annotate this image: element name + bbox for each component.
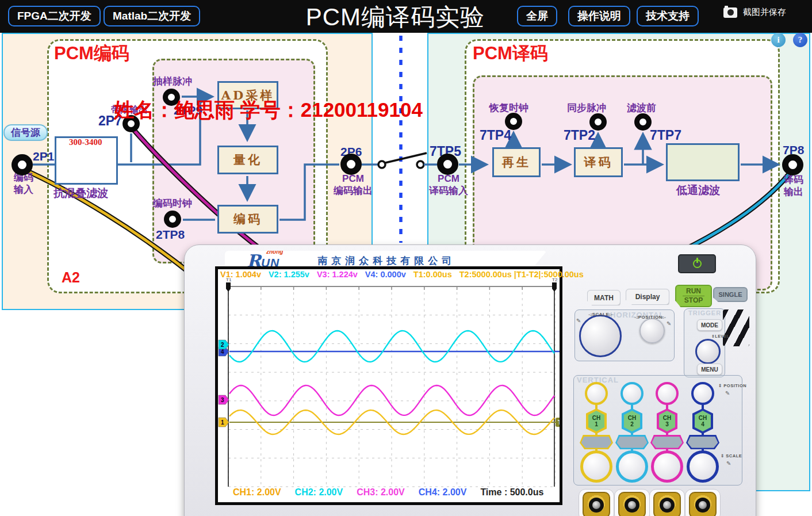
display-button[interactable]: Display: [626, 289, 669, 305]
matlab-dev-button[interactable]: Matlab二次开发: [104, 6, 200, 26]
help-icon[interactable]: ?: [793, 33, 807, 47]
svg-text:4: 4: [221, 349, 224, 355]
horizontal-position-label: ◅POSITION▻: [634, 315, 667, 320]
cursor-handle[interactable]: [226, 282, 231, 292]
fpga-dev-button[interactable]: FPGA二次开发: [8, 6, 101, 26]
trigger-menu-button[interactable]: MENU: [697, 364, 722, 375]
company-name: 南京润众科技有限公司: [317, 254, 455, 267]
test-point-2TP8[interactable]: [164, 211, 181, 228]
tp-2P1-id: 2P1: [33, 150, 54, 163]
ch1-position-knob[interactable]: [585, 382, 608, 405]
ch1-trapezoid-plate: [580, 435, 613, 449]
support-button[interactable]: 技术支持: [637, 6, 699, 26]
lowpass-filter-block: [666, 143, 740, 181]
ch3-bnc-connector[interactable]: [653, 492, 681, 516]
test-point-7TP2[interactable]: [589, 113, 607, 131]
decoder-title: PCM译码: [473, 41, 548, 66]
channel-setting-value: CH3: 2.00V: [357, 487, 405, 498]
quantize-block: 量化: [217, 146, 278, 174]
ch4-bnc-connector[interactable]: [689, 492, 717, 516]
tp-2TP9-label: 抽样脉冲: [153, 75, 192, 88]
oscilloscope: RUN zhong 南京润众科技有限公司 V1: 1.004vV2: 1.255…: [184, 244, 756, 516]
ch2-trapezoid-plate: [615, 435, 649, 449]
instructions-button[interactable]: 操作说明: [568, 6, 630, 26]
ch4-trapezoid-plate: [686, 435, 719, 449]
trigger-title: TRIGGER: [688, 309, 721, 316]
trigger-level-knob[interactable]: [695, 339, 721, 364]
fullscreen-button[interactable]: 全屏: [517, 6, 557, 26]
ch2-scale-knob[interactable]: [616, 450, 648, 483]
screenshot-save-button[interactable]: 截图并保存: [723, 7, 786, 18]
tp-7P8-label: 译码输出: [777, 174, 810, 198]
ch2-bnc-connector[interactable]: [618, 492, 646, 516]
horizontal-scale-knob[interactable]: [579, 315, 622, 357]
vertical-scale-label: ⇕ SCALE: [721, 453, 742, 458]
filter-band-label: 300-3400: [69, 137, 102, 147]
ch3-button[interactable]: CH3: [657, 408, 677, 434]
page-title: PCM编译码实验: [306, 1, 485, 33]
ch1-button[interactable]: CH1: [586, 408, 607, 434]
measurement-value: T2:5000.00us |T1-T2|:5000.00us: [459, 270, 584, 279]
tp-2TP8-label: 编码时钟: [153, 197, 192, 210]
tp-2TP8-id: 2TP8: [156, 228, 185, 242]
tp-7TP2-id: 7TP2: [564, 128, 595, 143]
ch1-scale-knob[interactable]: [580, 450, 612, 483]
student-info-overlay: 姓名：鲍思雨 学号：21200119104: [114, 97, 423, 124]
ch3-trapezoid-plate: [650, 435, 684, 449]
speaker-grill-stripes: [723, 309, 749, 346]
test-point-2P6[interactable]: [340, 154, 362, 175]
screenshot-label: 截图并保存: [743, 7, 786, 18]
tp-7TP7-id: 7TP7: [650, 128, 681, 143]
pcm-experiment-app: FPGA二次开发 Matlab二次开发 PCM编译码实验 全屏 操作说明 技术支…: [0, 0, 812, 516]
ch3-position-knob[interactable]: [656, 382, 679, 405]
ch4-position-knob[interactable]: [691, 382, 714, 405]
camera-icon: [723, 7, 737, 18]
ch3-scale-knob[interactable]: [651, 450, 683, 483]
power-button[interactable]: [678, 254, 716, 273]
cursor-handle[interactable]: [552, 282, 557, 292]
info-icon[interactable]: i: [771, 33, 786, 47]
ch4-button[interactable]: CH4: [692, 408, 713, 434]
test-point-2P1[interactable]: [12, 154, 33, 175]
encode-block: 编码: [217, 205, 278, 234]
test-point-7TP4[interactable]: [505, 113, 522, 130]
test-point-7TP5[interactable]: [437, 154, 458, 175]
ch2-position-knob[interactable]: [621, 382, 644, 405]
tp-2P6-label: PCM编码输出: [327, 173, 380, 197]
power-icon: [693, 259, 702, 268]
test-point-7TP7[interactable]: [634, 113, 652, 131]
single-button[interactable]: SINGLE: [713, 287, 748, 302]
waveform-display: T1T2T4231: [218, 269, 560, 502]
horizontal-position-knob[interactable]: [639, 318, 665, 343]
ch4-button-label: CH4: [695, 411, 711, 431]
tp-7TP4-label: 恢复时钟: [489, 101, 528, 114]
measurement-value: V4: 0.000v: [365, 270, 406, 279]
signal-source-button[interactable]: 信号源: [3, 124, 48, 141]
antialias-filter-label: 抗混叠滤波: [53, 186, 108, 201]
run-stop-button[interactable]: RUNSTOP: [675, 285, 712, 307]
ch1-button-label: CH1: [588, 411, 604, 431]
ch2-button[interactable]: CH2: [622, 408, 642, 434]
push-icon: ✎: [576, 318, 581, 324]
ch2-button-label: CH2: [624, 411, 640, 431]
math-button[interactable]: MATH: [587, 290, 621, 305]
measurement-value: T1:0.00us: [413, 270, 452, 279]
ch4-scale-knob[interactable]: [687, 450, 719, 483]
channel-setting-value: Time : 500.0us: [480, 487, 543, 498]
channel-setting-value: CH2: 2.00V: [295, 487, 343, 498]
tp-7TP5-label: PCM译码输入: [422, 173, 475, 197]
ch1-bnc-connector[interactable]: [583, 492, 610, 516]
push-icon: ✎: [726, 460, 731, 467]
measurement-value: V1: 1.004v: [220, 270, 261, 279]
push-icon: ✎: [725, 390, 730, 396]
trigger-mode-button[interactable]: MODE: [697, 319, 722, 331]
test-point-7P8[interactable]: [782, 154, 803, 175]
channel-setting-value: CH4: 2.00V: [419, 487, 467, 498]
decode-block: 译码: [574, 147, 623, 177]
measurement-row: V1: 1.004vV2: 1.255vV3: 1.224vV4: 0.000v…: [220, 270, 558, 279]
vertical-position-label: ⇕ POSITION: [718, 383, 746, 388]
svg-text:T: T: [558, 419, 560, 426]
pcm-loop-switch[interactable]: [362, 153, 437, 168]
scope-screen: V1: 1.004vV2: 1.255vV3: 1.224vV4: 0.000v…: [215, 266, 562, 505]
channel-setting-value: CH1: 2.00V: [233, 487, 281, 498]
